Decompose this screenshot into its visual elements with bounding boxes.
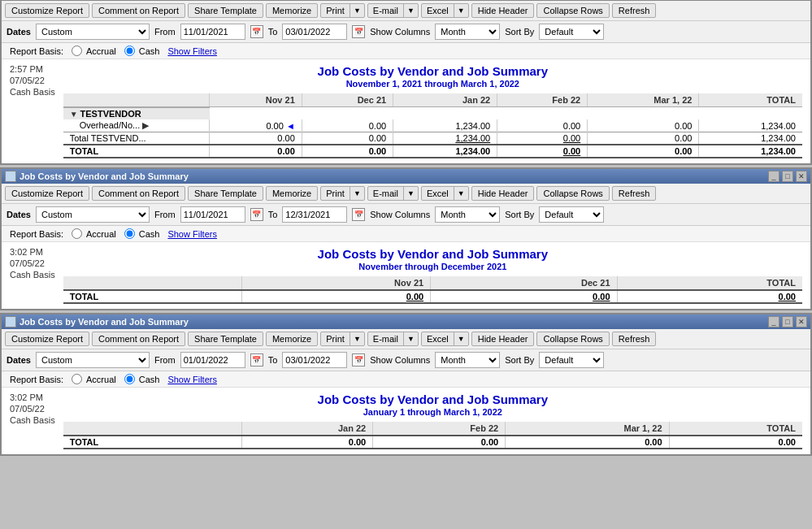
to-input-3[interactable]: [282, 352, 347, 368]
hide-header-btn-3[interactable]: Hide Header: [471, 332, 535, 346]
hide-header-btn-1[interactable]: Hide Header: [471, 3, 535, 18]
refresh-btn-1[interactable]: Refresh: [612, 3, 657, 18]
cash-radio-1[interactable]: [124, 46, 135, 56]
share-template-btn-1[interactable]: Share Template: [188, 3, 263, 18]
excel-split-btn-1: Excel ▼: [421, 3, 469, 18]
from-input-2[interactable]: [180, 206, 245, 223]
show-filters-link-2[interactable]: Show Filters: [167, 229, 217, 239]
accrual-label-3: Accrual: [86, 375, 116, 384]
cash-label-1: Cash: [139, 46, 160, 56]
show-filters-link-1[interactable]: Show Filters: [167, 46, 217, 56]
show-filters-link-3[interactable]: Show Filters: [167, 375, 217, 384]
cash-radio-3[interactable]: [124, 374, 135, 384]
print-split-btn-1: Print ▼: [320, 3, 365, 18]
share-template-btn-3[interactable]: Share Template: [188, 332, 263, 346]
comment-on-report-btn-1[interactable]: Comment on Report: [92, 3, 185, 18]
refresh-btn-3[interactable]: Refresh: [612, 332, 657, 346]
row-grand-total-1: TOTAL 0.00 0.00 1,234.00 0.00 0.00 1,234…: [63, 145, 802, 158]
memorize-btn-3[interactable]: Memorize: [266, 332, 318, 346]
minimize-btn-3[interactable]: _: [768, 316, 779, 327]
to-cal-icon-2[interactable]: 📅: [352, 208, 365, 221]
accrual-radio-2[interactable]: [72, 228, 82, 239]
collapse-rows-btn-3[interactable]: Collapse Rows: [536, 332, 609, 346]
collapse-rows-btn-1[interactable]: Collapse Rows: [536, 3, 609, 18]
memorize-btn-2[interactable]: Memorize: [266, 186, 318, 201]
from-cal-icon-1[interactable]: 📅: [250, 25, 263, 38]
accrual-radio-3[interactable]: [72, 374, 82, 384]
excel-arrow-1[interactable]: ▼: [454, 5, 468, 16]
report-basis-text-3: Cash Basis: [10, 415, 55, 425]
maximize-btn-3[interactable]: □: [782, 316, 793, 327]
grand-total-mar122-3: 0.00: [506, 436, 669, 449]
print-btn-1[interactable]: Print: [321, 4, 350, 17]
email-arrow-3[interactable]: ▼: [404, 333, 418, 345]
comment-on-report-btn-2[interactable]: Comment on Report: [92, 186, 185, 201]
memorize-btn-1[interactable]: Memorize: [266, 3, 318, 18]
dates-select-2[interactable]: Custom: [36, 206, 150, 223]
report-time-2: 3:02 PM: [10, 247, 55, 257]
email-btn-3[interactable]: E-mail: [368, 332, 404, 345]
share-template-btn-2[interactable]: Share Template: [188, 186, 263, 201]
cash-radio-group-1: Cash: [124, 46, 160, 56]
excel-arrow-2[interactable]: ▼: [454, 188, 468, 199]
sort-by-select-2[interactable]: Default: [539, 206, 604, 223]
to-cal-icon-1[interactable]: 📅: [352, 25, 365, 38]
email-btn-1[interactable]: E-mail: [368, 4, 404, 17]
print-btn-3[interactable]: Print: [321, 332, 350, 345]
to-input-1[interactable]: [282, 24, 347, 40]
sort-by-select-1[interactable]: Default: [539, 24, 604, 40]
to-label-1: To: [268, 27, 278, 37]
report-title-2: Job Costs by Vendor and Job Summary: [63, 247, 802, 261]
from-cal-icon-2[interactable]: 📅: [250, 208, 263, 221]
excel-arrow-3[interactable]: ▼: [454, 333, 468, 345]
col-feb22-header-1: Feb 22: [497, 93, 588, 107]
refresh-btn-2[interactable]: Refresh: [612, 186, 657, 201]
email-arrow-2[interactable]: ▼: [404, 188, 418, 199]
to-input-2[interactable]: [282, 206, 347, 223]
excel-btn-2[interactable]: Excel: [422, 187, 454, 200]
window-controls-3: _ □ ✕: [768, 316, 807, 327]
cash-radio-2[interactable]: [124, 228, 135, 239]
dates-select-1[interactable]: Custom: [36, 24, 150, 40]
sort-by-select-3[interactable]: Default: [539, 352, 604, 368]
accrual-radio-1[interactable]: [72, 46, 82, 56]
dates-select-3[interactable]: Custom: [36, 352, 150, 368]
to-cal-icon-3[interactable]: 📅: [352, 353, 365, 366]
window-controls-2: _ □ ✕: [768, 171, 807, 182]
overhead-total-1: 1,234.00: [699, 119, 802, 132]
col-name-header-1: [63, 93, 210, 107]
report-content-3: 3:02 PM 07/05/22 Cash Basis Job Costs by…: [2, 388, 810, 454]
col-mar122-header-3: Mar 1, 22: [506, 422, 669, 436]
email-split-btn-3: E-mail ▼: [367, 332, 419, 346]
customize-report-btn-3[interactable]: Customize Report: [5, 332, 89, 346]
from-input-3[interactable]: [180, 352, 245, 368]
show-columns-select-1[interactable]: Month: [435, 24, 500, 40]
customize-report-btn-1[interactable]: Customize Report: [5, 3, 89, 18]
close-btn-3[interactable]: ✕: [796, 316, 807, 327]
col-total-header-2: TOTAL: [617, 276, 802, 290]
print-arrow-1[interactable]: ▼: [350, 5, 364, 16]
show-columns-select-2[interactable]: Month: [435, 206, 500, 223]
hide-header-btn-2[interactable]: Hide Header: [471, 186, 535, 201]
col-header-row-1: Nov 21 Dec 21 Jan 22 Feb 22 Mar 1, 22 TO…: [63, 93, 802, 107]
print-btn-2[interactable]: Print: [321, 187, 350, 200]
excel-btn-1[interactable]: Excel: [422, 4, 454, 17]
from-input-1[interactable]: [180, 24, 245, 40]
collapse-rows-btn-2[interactable]: Collapse Rows: [536, 186, 609, 201]
print-arrow-2[interactable]: ▼: [350, 188, 364, 199]
from-cal-icon-3[interactable]: 📅: [250, 353, 263, 366]
minimize-btn-2[interactable]: _: [768, 171, 779, 182]
sort-by-label-3: Sort By: [505, 355, 534, 365]
close-btn-2[interactable]: ✕: [796, 171, 807, 182]
maximize-btn-2[interactable]: □: [782, 171, 793, 182]
comment-on-report-btn-3[interactable]: Comment on Report: [92, 332, 185, 346]
expand-icon-1[interactable]: ▼: [70, 110, 78, 119]
show-columns-select-3[interactable]: Month: [435, 352, 500, 368]
excel-btn-3[interactable]: Excel: [422, 332, 454, 345]
customize-report-btn-2[interactable]: Customize Report: [5, 186, 89, 201]
email-arrow-1[interactable]: ▼: [404, 5, 418, 16]
from-label-3: From: [154, 355, 176, 365]
titlebar-2: Job Costs by Vendor and Job Summary _ □ …: [2, 169, 810, 184]
email-btn-2[interactable]: E-mail: [368, 187, 404, 200]
print-arrow-3[interactable]: ▼: [350, 333, 364, 345]
